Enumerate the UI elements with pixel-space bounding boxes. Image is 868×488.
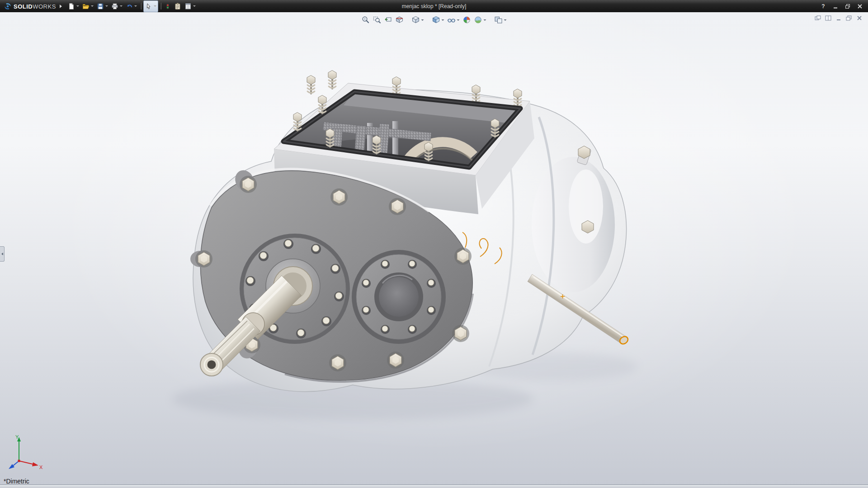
view-orientation-button[interactable]	[411, 14, 425, 25]
dropdown-caret-icon	[76, 5, 79, 7]
hide-show-items-icon	[448, 16, 456, 24]
orientation-triad: Y X	[4, 433, 45, 476]
window-controls: ?	[818, 2, 865, 10]
window-title: menjac sklop * [Read-only]	[402, 3, 467, 9]
dassault-logo-icon	[4, 3, 12, 10]
previous-view-button[interactable]	[383, 14, 393, 25]
restore-icon	[845, 4, 850, 9]
flange-bolt	[195, 250, 212, 267]
options-button[interactable]	[183, 1, 197, 12]
view-orientation-icon	[412, 16, 420, 24]
chevron-left-icon	[1, 253, 3, 255]
maximize-button[interactable]	[842, 2, 853, 10]
print-icon	[111, 3, 118, 10]
brand-light: WORKS	[33, 3, 56, 10]
restore-document-button[interactable]	[844, 14, 853, 22]
dropdown-caret-icon	[421, 19, 424, 21]
new-document-icon	[68, 3, 75, 10]
dropdown-caret-icon	[154, 5, 156, 7]
graphics-area[interactable]: Y X *Dimetric	[0, 12, 868, 485]
zoom-to-area-icon	[373, 16, 381, 24]
close-icon	[856, 15, 863, 21]
file-properties-icon	[174, 3, 181, 10]
minimize-document-button[interactable]	[834, 14, 843, 22]
file-properties-button[interactable]	[173, 1, 183, 12]
select-button[interactable]	[143, 0, 158, 12]
dropdown-caret-icon	[504, 19, 507, 21]
brand-text: SOLIDWORKS	[14, 2, 56, 10]
dropdown-caret-icon	[442, 19, 444, 21]
rebuild-icon	[165, 3, 171, 10]
cover-bolt	[328, 70, 336, 89]
file-toolbar	[66, 0, 197, 12]
dropdown-caret-icon	[105, 5, 108, 7]
dropdown-caret-icon	[91, 5, 94, 7]
view-orientation-label: *Dimetric	[4, 478, 29, 485]
tile-windows-button[interactable]	[824, 14, 832, 22]
headsup-toolbar	[361, 14, 508, 25]
section-view-button[interactable]	[395, 14, 405, 25]
minimize-icon	[833, 4, 838, 9]
tile-windows-icon	[825, 15, 832, 21]
featuremanager-collapse-tab[interactable]	[0, 246, 5, 262]
open-button[interactable]	[81, 1, 95, 12]
display-style-icon	[432, 16, 440, 24]
flange-bolt	[240, 176, 257, 193]
zoom-to-fit-button[interactable]	[361, 14, 371, 25]
restore-icon	[845, 15, 852, 21]
status-bar	[0, 484, 868, 488]
minimize-icon	[835, 15, 842, 21]
edit-appearance-icon	[463, 16, 471, 24]
display-style-button[interactable]	[431, 14, 445, 25]
print-button[interactable]	[110, 1, 124, 12]
help-button[interactable]: ?	[818, 2, 829, 10]
dropdown-caret-icon	[484, 19, 486, 21]
close-icon	[857, 4, 863, 9]
bearing-cover[interactable]	[352, 250, 446, 344]
dropdown-caret-icon	[193, 5, 196, 7]
options-icon	[184, 3, 192, 10]
minimize-button[interactable]	[830, 2, 841, 10]
cover-bolt	[307, 75, 315, 94]
dropdown-caret-icon	[120, 5, 123, 7]
undo-icon	[126, 3, 133, 10]
menu-expand-icon[interactable]	[60, 5, 62, 8]
cascade-windows-button[interactable]	[813, 14, 822, 22]
triad-y-label: Y	[15, 434, 19, 440]
view-settings-icon	[495, 16, 503, 24]
flange-bolt	[330, 188, 348, 206]
new-document-button[interactable]	[66, 1, 80, 12]
undo-button[interactable]	[124, 1, 138, 12]
flange-bolt	[387, 352, 404, 369]
zoom-to-area-button[interactable]	[372, 14, 382, 25]
apply-scene-button[interactable]	[473, 14, 487, 25]
zoom-to-fit-icon	[362, 16, 370, 24]
view-settings-button[interactable]	[494, 14, 508, 25]
flange-bolt	[452, 325, 469, 342]
dropdown-caret-icon	[134, 5, 137, 7]
close-document-button[interactable]	[855, 14, 863, 22]
rebuild-button[interactable]	[163, 1, 172, 12]
toolbar-separator	[141, 3, 141, 9]
section-view-icon	[396, 16, 404, 24]
titlebar: SOLIDWORKS	[0, 0, 868, 12]
triad-x-label: X	[39, 465, 43, 470]
dropdown-caret-icon	[457, 19, 460, 21]
document-window-controls	[813, 14, 863, 22]
save-button[interactable]	[95, 1, 109, 12]
cascade-windows-icon	[814, 15, 821, 21]
select-cursor-icon	[145, 3, 152, 10]
brand-bold: SOLID	[14, 3, 33, 10]
previous-view-icon	[384, 16, 392, 24]
app-logo: SOLIDWORKS	[4, 2, 56, 10]
flange-bolt	[389, 198, 406, 215]
hide-show-items-button[interactable]	[447, 14, 461, 25]
edit-appearance-button[interactable]	[462, 14, 472, 25]
flange-bolt	[329, 354, 346, 371]
open-icon	[82, 3, 90, 10]
apply-scene-icon	[474, 16, 482, 24]
close-button[interactable]	[854, 2, 865, 10]
gearbox-model[interactable]	[0, 12, 868, 485]
flange-bolt	[454, 248, 472, 265]
save-icon	[97, 3, 104, 10]
